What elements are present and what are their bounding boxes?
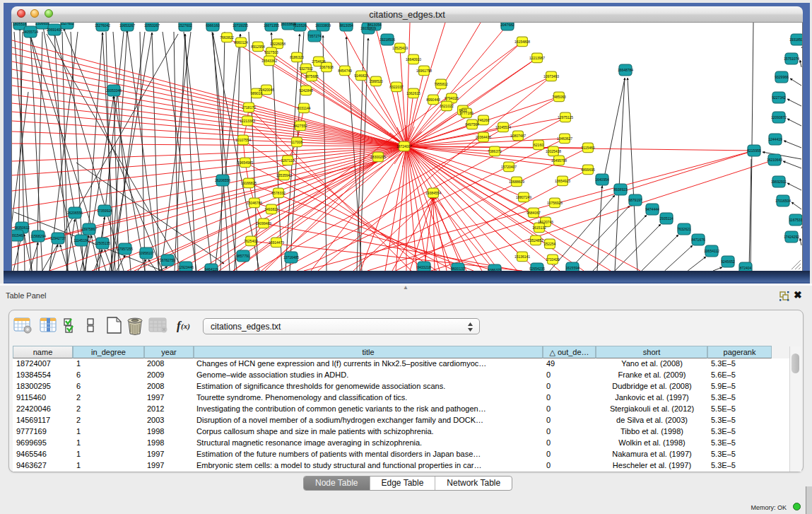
svg-text:1244419: 1244419 bbox=[768, 137, 782, 141]
svg-text:9474444: 9474444 bbox=[645, 207, 659, 211]
svg-text:6879197: 6879197 bbox=[628, 198, 642, 202]
svg-text:10807487: 10807487 bbox=[510, 134, 526, 138]
svg-text:12923446: 12923446 bbox=[178, 265, 194, 269]
svg-text:16961758: 16961758 bbox=[416, 69, 432, 73]
svg-text:15046786: 15046786 bbox=[247, 201, 262, 205]
svg-text:2754636: 2754636 bbox=[312, 59, 326, 64]
svg-text:8660124: 8660124 bbox=[234, 40, 248, 45]
svg-text:8813054: 8813054 bbox=[339, 23, 353, 28]
svg-text:8578332: 8578332 bbox=[271, 191, 286, 195]
svg-text:19166825: 19166825 bbox=[241, 181, 257, 185]
svg-text:23975867: 23975867 bbox=[81, 227, 97, 231]
svg-text:14055714: 14055714 bbox=[23, 30, 38, 34]
svg-text:16648784: 16648784 bbox=[618, 68, 633, 72]
svg-text:18807249: 18807249 bbox=[516, 195, 531, 199]
svg-text:9245652: 9245652 bbox=[721, 259, 735, 264]
svg-text:19654985: 19654985 bbox=[237, 160, 253, 165]
svg-text:7632621: 7632621 bbox=[677, 227, 691, 231]
svg-text:872404: 872404 bbox=[740, 266, 752, 270]
svg-text:10107554: 10107554 bbox=[235, 138, 251, 142]
svg-text:16782759: 16782759 bbox=[160, 258, 175, 262]
svg-text:2047682: 2047682 bbox=[500, 23, 514, 27]
svg-text:9464119: 9464119 bbox=[204, 267, 218, 271]
svg-text:9327502: 9327502 bbox=[299, 66, 313, 71]
svg-text:8471676: 8471676 bbox=[691, 238, 705, 242]
svg-text:8990443: 8990443 bbox=[426, 98, 440, 102]
svg-text:13226058: 13226058 bbox=[270, 42, 286, 46]
svg-text:16120746: 16120746 bbox=[538, 220, 553, 224]
svg-text:19692911: 19692911 bbox=[771, 180, 787, 184]
svg-text:1805516: 1805516 bbox=[13, 23, 27, 26]
svg-text:6497564: 6497564 bbox=[465, 122, 479, 127]
svg-text:15495798: 15495798 bbox=[551, 158, 567, 163]
svg-text:989016: 989016 bbox=[251, 91, 263, 95]
svg-text:19218506: 19218506 bbox=[379, 37, 395, 42]
svg-text:9600133: 9600133 bbox=[451, 267, 465, 271]
svg-text:62160: 62160 bbox=[534, 143, 543, 147]
svg-text:17359924: 17359924 bbox=[97, 209, 112, 213]
svg-text:16671355: 16671355 bbox=[264, 23, 279, 28]
svg-text:1588520: 1588520 bbox=[369, 79, 383, 83]
svg-text:13654923: 13654923 bbox=[555, 179, 570, 183]
svg-text:9684067: 9684067 bbox=[526, 211, 541, 215]
svg-text:9146821: 9146821 bbox=[354, 74, 368, 78]
svg-text:7955812: 7955812 bbox=[434, 82, 448, 86]
svg-text:13524851: 13524851 bbox=[528, 238, 543, 243]
svg-text:391546: 391546 bbox=[12, 233, 23, 238]
svg-text:8031144: 8031144 bbox=[297, 106, 310, 110]
svg-text:2306655: 2306655 bbox=[35, 23, 49, 25]
svg-text:16210643: 16210643 bbox=[767, 158, 782, 162]
svg-text:8454749: 8454749 bbox=[338, 69, 352, 73]
svg-text:(x): (x) bbox=[181, 322, 190, 331]
svg-text:15136141: 15136141 bbox=[514, 255, 530, 259]
svg-text:12093872: 12093872 bbox=[771, 115, 787, 119]
svg-text:13525419: 13525419 bbox=[392, 46, 408, 50]
svg-text:746266: 746266 bbox=[478, 118, 490, 122]
svg-text:9327503: 9327503 bbox=[264, 50, 278, 54]
svg-text:17957255: 17957255 bbox=[117, 247, 133, 251]
svg-text:1615594: 1615594 bbox=[565, 266, 579, 270]
svg-text:8186323: 8186323 bbox=[290, 55, 304, 59]
svg-text:1527602: 1527602 bbox=[178, 23, 192, 28]
svg-text:20691406: 20691406 bbox=[47, 28, 62, 32]
svg-text:18350612: 18350612 bbox=[14, 226, 30, 230]
svg-text:12505135: 12505135 bbox=[95, 241, 110, 245]
svg-text:8386379: 8386379 bbox=[488, 268, 502, 271]
svg-text:7663822: 7663822 bbox=[220, 35, 234, 40]
svg-text:10719155: 10719155 bbox=[233, 23, 248, 28]
svg-text:15751074: 15751074 bbox=[784, 57, 799, 61]
svg-text:15276042: 15276042 bbox=[95, 23, 110, 28]
svg-text:9329966: 9329966 bbox=[775, 75, 789, 79]
svg-text:13245534: 13245534 bbox=[495, 125, 511, 129]
svg-text:252254: 252254 bbox=[544, 242, 556, 246]
svg-text:14099489: 14099489 bbox=[256, 221, 271, 226]
svg-text:02654235: 02654235 bbox=[529, 267, 545, 271]
svg-text:9227342: 9227342 bbox=[772, 95, 786, 100]
svg-text:8215955: 8215955 bbox=[747, 148, 761, 153]
svg-text:11145194: 11145194 bbox=[73, 238, 89, 243]
svg-text:8322037: 8322037 bbox=[389, 85, 404, 89]
svg-text:3267110: 3267110 bbox=[281, 158, 294, 163]
svg-text:1615132: 1615132 bbox=[532, 226, 546, 230]
svg-text:10973493: 10973493 bbox=[543, 74, 559, 78]
svg-text:1527602: 1527602 bbox=[60, 23, 74, 25]
svg-text:2718170: 2718170 bbox=[242, 105, 256, 110]
svg-text:12942737: 12942737 bbox=[50, 236, 66, 240]
svg-text:10553267: 10553267 bbox=[144, 23, 160, 28]
svg-text:7485063: 7485063 bbox=[552, 95, 566, 99]
svg-text:1362615: 1362615 bbox=[406, 91, 420, 95]
svg-text:18300295: 18300295 bbox=[370, 155, 386, 159]
svg-text:9242848: 9242848 bbox=[299, 88, 313, 93]
svg-text:2367608: 2367608 bbox=[319, 65, 334, 69]
svg-text:16033809: 16033809 bbox=[315, 23, 331, 28]
svg-text:9857791: 9857791 bbox=[236, 254, 250, 258]
svg-text:26206556: 26206556 bbox=[67, 211, 83, 215]
svg-text:16543362: 16543362 bbox=[261, 59, 277, 63]
svg-text:0433218: 0433218 bbox=[417, 265, 431, 269]
svg-text:12213967: 12213967 bbox=[529, 56, 545, 60]
svg-text:8813054: 8813054 bbox=[367, 23, 382, 27]
svg-text:1640954: 1640954 bbox=[595, 177, 609, 182]
svg-text:15720407: 15720407 bbox=[501, 165, 517, 169]
svg-text:16154808: 16154808 bbox=[514, 40, 530, 44]
svg-text:10688609: 10688609 bbox=[509, 180, 524, 184]
